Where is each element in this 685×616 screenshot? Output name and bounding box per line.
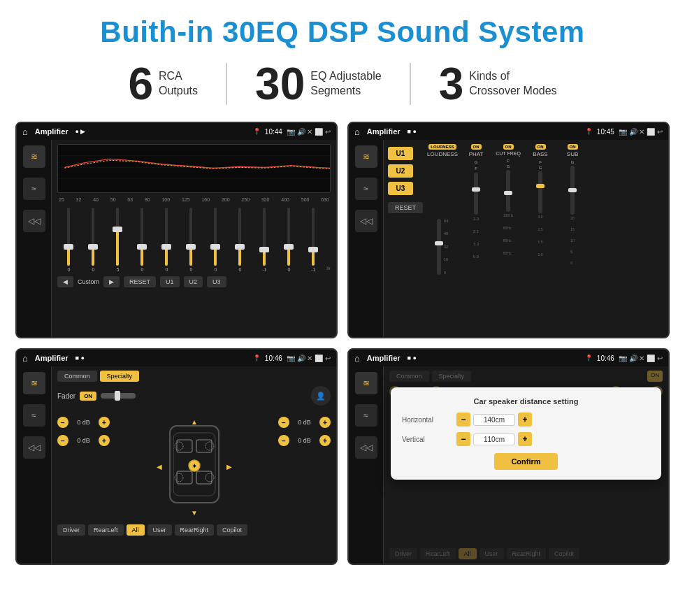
fader-copilot-btn[interactable]: Copilot (217, 524, 247, 536)
phat-label: PHAT (469, 151, 484, 157)
car-diagram-area: − 0 dB + − 0 dB + (57, 410, 331, 522)
loudness-label: LOUDNESS (427, 151, 458, 157)
eq-freq-labels: 2532405063 80100125160200 25032040050063… (57, 197, 331, 202)
vertical-plus-btn[interactable]: + (518, 432, 532, 446)
vertical-stepper: − 110cm + (456, 432, 532, 446)
dialog-eq-icon[interactable]: ≋ (355, 372, 377, 394)
vol-plus-1[interactable]: + (99, 417, 110, 428)
eq-slider-5[interactable]: 0 (155, 208, 178, 272)
crossover-reset-btn[interactable]: RESET (388, 202, 423, 213)
fader-wave-icon[interactable]: ≈ (23, 404, 45, 427)
fader-rearright-btn[interactable]: RearRight (175, 524, 215, 536)
phat-toggle[interactable]: ON (471, 144, 482, 150)
eq-u1-btn[interactable]: U1 (160, 276, 180, 287)
dialog-sidebar: ≋ ≈ ◁◁ (349, 366, 384, 564)
crossover-wave-icon[interactable]: ≈ (355, 178, 377, 200)
fader-toggle[interactable]: ON (80, 392, 96, 401)
cutfreq-toggle[interactable]: ON (503, 144, 514, 150)
dialog-speaker-icon[interactable]: ◁◁ (355, 436, 377, 459)
eq-slider-7[interactable]: 0 (204, 208, 227, 272)
fader-controls: Fader ON 👤 (57, 386, 331, 406)
stat-eq: 30 EQ Adjustable Segments (227, 62, 410, 106)
vol-minus-1[interactable]: − (57, 417, 68, 428)
eq-slider-9[interactable]: -1 (253, 208, 276, 272)
dialog-status-icons: 📷 🔊 ✕ ⬜ ↩ (619, 354, 663, 362)
eq-play-btn[interactable]: ▶ (103, 276, 120, 287)
crossover-home-icon[interactable]: ⌂ (354, 127, 360, 137)
fader-status-bar: ⌂ Amplifier ■ ● 📍 10:46 📷 🔊 ✕ ⬜ ↩ (17, 350, 336, 366)
confirm-button[interactable]: Confirm (494, 453, 557, 470)
eq-sidebar-wave-icon[interactable]: ≈ (23, 178, 45, 200)
eq-slider-6[interactable]: 0 (180, 208, 203, 272)
dialog-status-dots: ■ ● (408, 354, 417, 361)
fader-all-btn[interactable]: All (127, 524, 145, 536)
eq-slider-10[interactable]: 0 (277, 208, 301, 272)
stat-rca: 6 RCA Outputs (100, 62, 226, 106)
crossover-u3-btn[interactable]: U3 (388, 182, 413, 195)
eq-slider-2[interactable]: 0 (82, 208, 105, 272)
fader-user-btn[interactable]: User (147, 524, 172, 536)
eq-slider-4[interactable]: 0 (131, 208, 154, 272)
eq-location-icon: 📍 (253, 128, 261, 135)
crossover-u-buttons: U1 U2 U3 RESET (388, 144, 423, 333)
fader-home-icon[interactable]: ⌂ (22, 353, 28, 364)
crossover-eq-icon[interactable]: ≋ (355, 145, 377, 168)
sub-toggle[interactable]: ON (568, 144, 578, 150)
fader-sidebar: ≋ ≈ ◁◁ (17, 366, 52, 564)
fader-driver-btn[interactable]: Driver (57, 524, 85, 536)
horizontal-minus-btn[interactable]: − (456, 413, 470, 427)
home-icon[interactable]: ⌂ (22, 127, 28, 137)
fader-tab-common[interactable]: Common (57, 371, 97, 382)
eq-slider-3[interactable]: 5 (106, 208, 129, 272)
svg-point-14 (175, 473, 183, 482)
bass-toggle[interactable]: ON (535, 144, 546, 150)
fader-speaker-icon[interactable]: ◁◁ (23, 436, 45, 459)
fader-bottom-buttons: Driver RearLeft All User RearRight Copil… (57, 524, 331, 536)
eq-reset-btn[interactable]: RESET (124, 276, 156, 287)
crossover-time: 10:45 (597, 128, 614, 136)
eq-slider-11[interactable]: -1 (302, 208, 325, 272)
eq-slider-8[interactable]: 0 (229, 208, 252, 272)
fader-eq-icon[interactable]: ≋ (23, 372, 45, 394)
eq-u2-btn[interactable]: U2 (184, 276, 203, 287)
right-volume-controls: − 0 dB + − 0 dB + (278, 417, 331, 446)
crossover-u1-btn[interactable]: U1 (388, 147, 413, 160)
vol-minus-4[interactable]: − (278, 435, 289, 446)
eq-prev-btn[interactable]: ◀ (57, 276, 73, 287)
eq-sidebar-speaker-icon[interactable]: ◁◁ (23, 210, 45, 232)
fader-profile-icon[interactable]: 👤 (311, 386, 331, 406)
eq-sidebar: ≋ ≈ ◁◁ (17, 140, 52, 337)
svg-point-12 (175, 442, 183, 450)
fader-horiz-slider[interactable] (101, 393, 136, 399)
fader-location-icon: 📍 (253, 354, 261, 361)
dialog-app-title: Amplifier (367, 354, 401, 362)
fader-rearleft-btn[interactable]: RearLeft (88, 524, 124, 536)
vertical-minus-btn[interactable]: − (456, 432, 470, 446)
eq-screen: ⌂ Amplifier ● ▶ 📍 10:44 📷 🔊 ✕ ⬜ ↩ ≋ ≈ ◁◁ (15, 122, 338, 338)
crossover-channels: LOUDNESS LOUDNESS 644832160 (427, 144, 664, 333)
fader-screen: ⌂ Amplifier ■ ● 📍 10:46 📷 🔊 ✕ ⬜ ↩ ≋ ≈ ◁◁… (15, 348, 338, 565)
crossover-content: ≋ ≈ ◁◁ U1 U2 U3 RESET LOUDNESS LOUDNESS (349, 140, 668, 337)
crossover-screen: ⌂ Amplifier ■ ● 📍 10:45 📷 🔊 ✕ ⬜ ↩ ≋ ≈ ◁◁… (347, 122, 670, 338)
eq-u3-btn[interactable]: U3 (207, 276, 226, 287)
horizontal-label: Horizontal (402, 416, 451, 424)
vol-plus-3[interactable]: + (319, 417, 331, 428)
stat-number-rca: 6 (128, 62, 153, 106)
crossover-status-bar: ⌂ Amplifier ■ ● 📍 10:45 📷 🔊 ✕ ⬜ ↩ (349, 123, 668, 140)
fader-tab-specialty[interactable]: Specialty (100, 371, 140, 382)
dialog-bg-bottom-buttons: Driver RearLeft All User RearRight Copil… (389, 548, 663, 559)
crossover-speaker-icon[interactable]: ◁◁ (355, 210, 377, 232)
vol-minus-2[interactable]: − (57, 435, 68, 446)
eq-sidebar-eq-icon[interactable]: ≋ (23, 145, 45, 168)
dialog-wave-icon[interactable]: ≈ (355, 404, 377, 427)
dialog-status-bar: ⌂ Amplifier ■ ● 📍 10:46 📷 🔊 ✕ ⬜ ↩ (349, 350, 668, 366)
dialog-bg-tab-common: Common (389, 371, 429, 382)
vol-plus-2[interactable]: + (99, 435, 110, 446)
vol-minus-3[interactable]: − (278, 417, 289, 428)
dialog-home-icon[interactable]: ⌂ (354, 353, 360, 364)
horizontal-plus-btn[interactable]: + (518, 413, 532, 427)
crossover-u2-btn[interactable]: U2 (388, 164, 413, 178)
eq-slider-1[interactable]: 0 (57, 208, 80, 272)
loudness-toggle[interactable]: LOUDNESS (428, 144, 456, 150)
vol-plus-4[interactable]: + (319, 435, 331, 446)
